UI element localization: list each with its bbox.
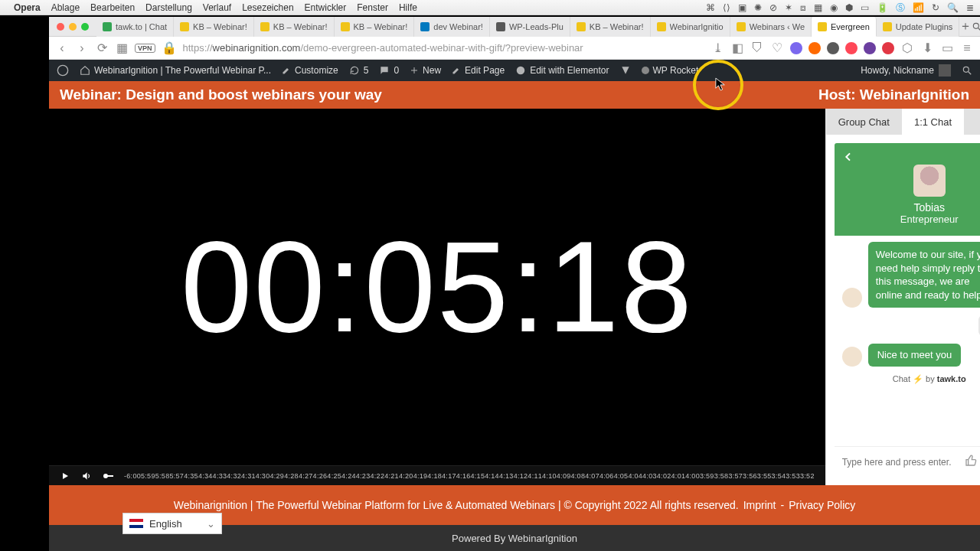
tray-icon[interactable]: ⟨⟩ (723, 2, 730, 13)
video-area: 00:05:18 -6:005:595:585:574:354:344:334:… (49, 109, 825, 485)
wp-search-icon[interactable] (962, 65, 972, 76)
tab-group-chat[interactable]: Group Chat (826, 109, 902, 135)
mac-menu-item[interactable]: Ablage (51, 2, 80, 13)
tab[interactable]: dev Webinar! (414, 17, 490, 37)
thumbs-up-icon[interactable] (965, 455, 977, 470)
tray-icon[interactable]: ◉ (830, 2, 838, 13)
heart-icon[interactable]: ♡ (770, 41, 784, 55)
ext-icon[interactable] (845, 42, 858, 54)
ext-icon[interactable]: ⤓ (710, 41, 724, 55)
ext-icon[interactable]: ⬡ (900, 41, 914, 55)
tab[interactable]: tawk.to | Chat (96, 17, 174, 37)
webinar-header: Webinar: Design and boost webinars your … (49, 81, 980, 109)
skype-icon[interactable]: Ⓢ (896, 2, 905, 15)
wp-site-link[interactable]: WebinarIgnition | The Powerful Webinar P… (80, 65, 271, 76)
tab[interactable]: KB – Webinar! (570, 17, 651, 37)
mac-menubar: Opera Ablage Bearbeiten Darstellung Verl… (0, 0, 980, 15)
sidebar-icon[interactable]: ▭ (940, 41, 954, 55)
tray-icon[interactable]: ▦ (814, 2, 822, 13)
mac-menu-item[interactable]: Hilfe (399, 2, 417, 13)
wp-comments[interactable]: 0 (379, 65, 399, 76)
message-bubble: Nice to meet you (868, 344, 962, 367)
page-stage: Webinar: Design and boost webinars your … (49, 81, 980, 551)
new-tab-button[interactable]: ＋ (959, 17, 972, 36)
ext-icon[interactable] (827, 42, 839, 54)
tray-icon[interactable]: ⬢ (845, 2, 853, 13)
tab[interactable]: WebinarIgnitio (651, 17, 730, 37)
tab[interactable]: Webinars ‹ We (730, 17, 812, 37)
chat-back-button[interactable] (842, 151, 854, 166)
tab-active[interactable]: Evergreen (812, 17, 877, 37)
wp-yoast[interactable] (620, 65, 631, 76)
menu-icon[interactable]: ≡ (960, 41, 974, 55)
wp-edit-page[interactable]: Edit Page (452, 65, 505, 76)
tawk-branding[interactable]: Chat ⚡ by tawk.to (842, 374, 980, 384)
address-bar[interactable]: VPN 🔒 https://webinarignition.com/demo-e… (135, 39, 704, 57)
tray-icon[interactable]: ✺ (754, 2, 762, 13)
wp-elementor[interactable]: Edit with Elementor (515, 65, 609, 76)
vpn-badge[interactable]: VPN (135, 44, 155, 53)
reload-button[interactable]: ⟳ (95, 41, 109, 55)
lock-icon[interactable]: 🔒 (162, 41, 177, 55)
extension-icons: ⤓ ◧ ⛉ ♡ ⬡ ⬇ ▭ ≡ (710, 41, 974, 55)
tray-icon[interactable]: ▣ (738, 2, 746, 13)
operator-name: Tobias (913, 201, 944, 214)
language-selector[interactable]: English ⌄ (122, 513, 222, 534)
controlcenter-icon[interactable]: ≣ (966, 2, 974, 13)
wp-customize[interactable]: Customize (282, 65, 338, 76)
ext-icon[interactable]: ⛉ (750, 41, 764, 55)
operator-avatar (913, 165, 946, 197)
ext-icon[interactable] (864, 42, 876, 54)
mac-menu-item[interactable]: Fenster (357, 2, 388, 13)
footer-imprint-link[interactable]: Imprint (743, 499, 776, 511)
wp-howdy[interactable]: Howdy, Nickname (861, 64, 951, 77)
mac-menu-item[interactable]: Entwickler (305, 2, 347, 13)
mac-menu-item[interactable]: Bearbeiten (90, 2, 135, 13)
spotlight-icon[interactable]: 🔍 (947, 2, 959, 13)
ext-icon[interactable] (882, 42, 894, 54)
tab[interactable]: KB – Webinar! (174, 17, 254, 37)
play-button[interactable] (60, 471, 70, 481)
window-controls[interactable] (49, 17, 96, 36)
dropbox-icon[interactable]: ⧈ (800, 2, 806, 13)
wifi-icon[interactable]: 📶 (913, 2, 924, 13)
ext-icon[interactable] (790, 42, 802, 54)
mac-menu-item[interactable]: Darstellung (145, 2, 192, 13)
mac-app-name[interactable]: Opera (14, 2, 41, 13)
timemachine-icon[interactable]: ↻ (932, 2, 939, 13)
progress-handle[interactable] (103, 471, 113, 481)
nav-back-button[interactable]: ‹ (55, 41, 69, 55)
operator-role: Entrepreneur (900, 214, 959, 225)
nav-forward-button[interactable]: › (75, 41, 89, 55)
bluetooth-icon[interactable]: ✶ (785, 2, 792, 13)
tab[interactable]: KB – Webinar! (254, 17, 335, 37)
footer-text: Webinarignition | The Powerful Webinar P… (174, 499, 739, 511)
tab-11-chat[interactable]: 1:1 Chat (902, 109, 964, 135)
wp-rocket[interactable]: WP Rocket (642, 65, 699, 76)
tab-label: KB – Webinar! (193, 22, 247, 31)
wp-updates[interactable]: 5 (349, 65, 369, 76)
tab[interactable]: WP-Leads-Plu (490, 17, 570, 37)
favicon-icon (420, 22, 430, 31)
tab[interactable]: Update Plugins (877, 17, 960, 37)
ext-icon[interactable] (808, 42, 821, 54)
favicon-icon (577, 22, 586, 31)
battery-icon[interactable]: 🔋 (877, 2, 888, 13)
tab[interactable]: KB – Webinar! (335, 17, 415, 37)
volume-button[interactable] (81, 471, 92, 481)
footer-privacy-link[interactable]: Privacy Policy (789, 499, 855, 511)
ext-icon[interactable]: ◧ (730, 41, 744, 55)
downloads-icon[interactable]: ⬇ (920, 41, 934, 55)
mac-menu-item[interactable]: Verlauf (203, 2, 231, 13)
wp-new[interactable]: New (410, 65, 441, 76)
wp-logo-icon[interactable] (57, 64, 69, 77)
tray-icon[interactable]: ⊘ (769, 2, 777, 13)
chat-input[interactable] (842, 457, 957, 468)
video-screen[interactable]: 00:05:18 (49, 109, 825, 465)
speed-dial-icon[interactable]: ▦ (115, 41, 129, 55)
tab-search-button[interactable] (972, 17, 980, 36)
tray-icon[interactable]: ⌘ (706, 2, 715, 13)
mac-menu-item[interactable]: Lesezeichen (242, 2, 293, 13)
tray-icon[interactable]: ▭ (861, 2, 869, 13)
powered-by-text: Powered By WebinarIgnition (452, 533, 577, 544)
